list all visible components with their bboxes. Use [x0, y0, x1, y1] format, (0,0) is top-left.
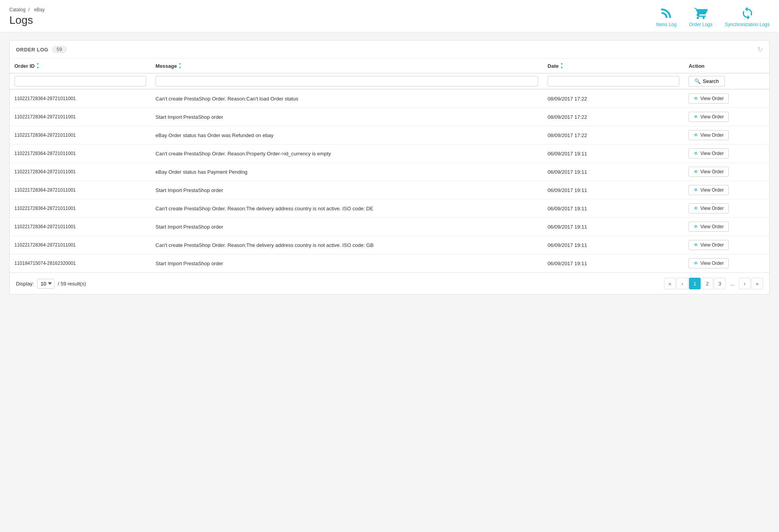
order-id-value: 110221728364-28721011001 — [14, 187, 76, 193]
col-action: Action — [684, 59, 769, 73]
cell-action-7: 👁 View Order — [684, 218, 769, 236]
cell-message-4: eBay Order status has Payment Pending — [151, 163, 543, 181]
cell-order-id-7: 110221728364-28721011001 — [10, 218, 151, 236]
pagination-first[interactable]: « — [664, 278, 676, 289]
page-title: Logs — [9, 14, 46, 26]
eye-icon: 👁 — [694, 114, 698, 120]
filter-message-input[interactable] — [155, 76, 538, 86]
order-id-value: 110221728364-28721011001 — [14, 132, 76, 138]
table-row: 110184715074-28162320001Start Import Pre… — [10, 254, 769, 273]
view-order-button-6[interactable]: 👁 View Order — [689, 203, 729, 213]
refresh-icon[interactable]: ↻ — [757, 45, 763, 54]
pagination-page-1[interactable]: 1 — [689, 278, 701, 289]
pagination-dots: ... — [726, 278, 738, 289]
view-order-button-5[interactable]: 👁 View Order — [689, 185, 729, 195]
order-id-value: 110221728364-28721011001 — [14, 206, 76, 211]
cell-action-3: 👁 View Order — [684, 144, 769, 163]
nav-order-logs[interactable]: Order Logs — [689, 6, 712, 27]
cell-date-1: 08/09/2017 17:22 — [543, 108, 684, 126]
table-row: 110221728364-28721011001Can't create Pre… — [10, 199, 769, 218]
filter-date-input[interactable] — [548, 76, 679, 86]
cell-message-9: Start Import PrestaShop order — [151, 254, 543, 273]
order-count-badge: 59 — [52, 46, 66, 53]
order-id-value: 110221728364-28721011001 — [14, 96, 76, 101]
col-order-id-sort: Order ID ▼▲ — [14, 63, 39, 69]
view-order-button-1[interactable]: 👁 View Order — [689, 112, 729, 122]
col-message-sort: Message ▼▲ — [155, 63, 182, 69]
cell-message-7: Start Import PrestaShop order — [151, 218, 543, 236]
main-content: ORDER LOG 59 ↻ Order ID ▼▲ Message — [0, 32, 779, 302]
cell-action-2: 👁 View Order — [684, 126, 769, 144]
cell-order-id-8: 110221728364-28721011001 — [10, 236, 151, 254]
cell-action-5: 👁 View Order — [684, 181, 769, 199]
card-header: ORDER LOG 59 ↻ — [10, 41, 769, 59]
table-row: 110221728364-28721011001Can't create Pre… — [10, 236, 769, 254]
display-select[interactable]: 10 20 50 — [37, 279, 55, 289]
view-order-button-9[interactable]: 👁 View Order — [689, 258, 729, 268]
cell-date-8: 06/09/2017 19:11 — [543, 236, 684, 254]
breadcrumb-catalog[interactable]: Catalog — [9, 7, 25, 12]
rss-icon — [659, 6, 673, 20]
cell-date-3: 06/09/2017 19:11 — [543, 144, 684, 163]
cell-date-5: 06/09/2017 19:11 — [543, 181, 684, 199]
table-row: 110221728364-28721011001eBay Order statu… — [10, 163, 769, 181]
nav-items-log-label: Items Log — [656, 22, 677, 27]
cell-action-1: 👁 View Order — [684, 108, 769, 126]
pagination-last[interactable]: » — [751, 278, 763, 289]
card-title-area: ORDER LOG 59 — [16, 46, 67, 53]
filter-message-cell — [151, 73, 543, 89]
eye-icon: 👁 — [694, 151, 698, 156]
pagination-next[interactable]: › — [739, 278, 751, 289]
cart-icon — [694, 6, 708, 20]
display-control: Display: 10 20 50 / 59 result(s) — [16, 279, 86, 289]
nav-sync-logs[interactable]: Synchronization Logs — [725, 6, 770, 27]
display-label: Display: — [16, 281, 34, 287]
eye-icon: 👁 — [694, 224, 698, 229]
cell-action-9: 👁 View Order — [684, 254, 769, 273]
view-order-button-7[interactable]: 👁 View Order — [689, 222, 729, 232]
filter-order-id-cell — [10, 73, 151, 89]
table-row: 110221728364-28721011001Can't create Pre… — [10, 89, 769, 108]
cell-order-id-3: 110221728364-28721011001 — [10, 144, 151, 163]
nav-items-log[interactable]: Items Log — [656, 6, 677, 27]
col-date-sort: Date ▼▲ — [548, 63, 563, 69]
order-id-value: 110221728364-28721011001 — [14, 114, 76, 120]
header-row: Catalog / eBay Logs Items Log Order Logs — [9, 6, 770, 27]
filter-order-id-input[interactable] — [14, 76, 146, 86]
eye-icon: 👁 — [694, 242, 698, 248]
filter-date-cell — [543, 73, 684, 89]
sync-icon — [740, 6, 754, 20]
title-area: Catalog / eBay Logs — [9, 7, 46, 26]
pagination: « ‹ 1 2 3 ... › » — [664, 278, 763, 289]
sort-arrows-date: ▼▲ — [560, 63, 563, 69]
order-id-value: 110221728364-28721011001 — [14, 169, 76, 174]
eye-icon: 👁 — [694, 187, 698, 193]
cell-order-id-0: 110221728364-28721011001 — [10, 89, 151, 108]
col-date[interactable]: Date ▼▲ — [543, 59, 684, 73]
order-log-table: Order ID ▼▲ Message ▼▲ Date ▼▲ — [10, 59, 769, 273]
cell-date-0: 08/09/2017 17:22 — [543, 89, 684, 108]
cell-action-6: 👁 View Order — [684, 199, 769, 218]
eye-icon: 👁 — [694, 206, 698, 211]
pagination-page-2[interactable]: 2 — [701, 278, 713, 289]
view-order-button-3[interactable]: 👁 View Order — [689, 148, 729, 159]
cell-date-9: 06/09/2017 19:11 — [543, 254, 684, 273]
order-id-value: 110221728364-28721011001 — [14, 224, 76, 229]
view-order-button-0[interactable]: 👁 View Order — [689, 93, 729, 104]
search-button-label: Search — [703, 78, 719, 84]
pagination-page-3[interactable]: 3 — [714, 278, 726, 289]
cell-message-5: Start Import PrestaShop order — [151, 181, 543, 199]
cell-order-id-6: 110221728364-28721011001 — [10, 199, 151, 218]
filter-search-cell: 🔍 Search — [684, 73, 769, 89]
cell-order-id-2: 110221728364-28721011001 — [10, 126, 151, 144]
cell-action-0: 👁 View Order — [684, 89, 769, 108]
view-order-button-8[interactable]: 👁 View Order — [689, 240, 729, 250]
pagination-prev[interactable]: ‹ — [677, 278, 688, 289]
cell-date-4: 06/09/2017 19:11 — [543, 163, 684, 181]
col-order-id[interactable]: Order ID ▼▲ — [10, 59, 151, 73]
view-order-button-2[interactable]: 👁 View Order — [689, 130, 729, 140]
col-message[interactable]: Message ▼▲ — [151, 59, 543, 73]
view-order-button-4[interactable]: 👁 View Order — [689, 167, 729, 177]
search-button[interactable]: 🔍 Search — [689, 76, 724, 86]
eye-icon: 👁 — [694, 261, 698, 266]
